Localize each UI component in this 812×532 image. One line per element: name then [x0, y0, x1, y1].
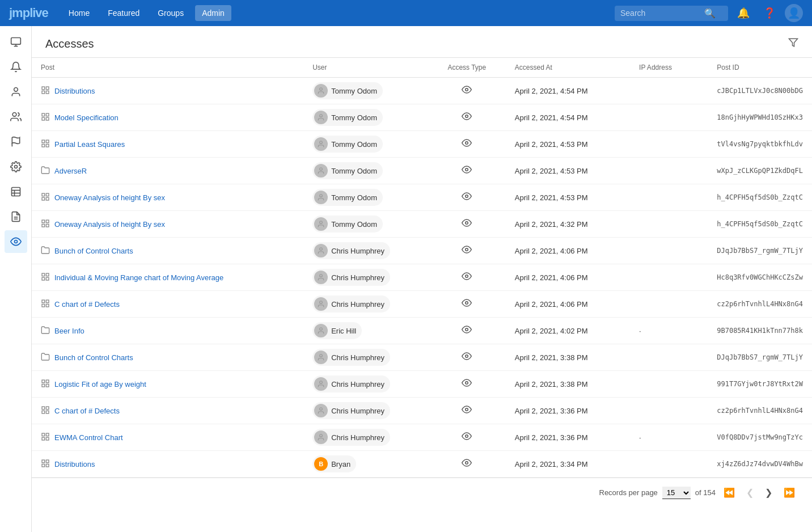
- table-row: Distributions B Bryan April 2, 2021, 3:3…: [32, 451, 812, 478]
- per-page-select[interactable]: 15 25 50 100: [662, 487, 691, 499]
- post-id-cell: 9B7085R41KH1kTnn77h8k: [708, 318, 812, 344]
- user-account-icon[interactable]: 👤: [785, 4, 803, 22]
- table-row: C chart of # Defects Chris Humphrey Apri…: [32, 398, 812, 424]
- user-chip[interactable]: Tommy Odom: [312, 162, 383, 179]
- user-chip[interactable]: Tommy Odom: [312, 136, 383, 153]
- nav-home[interactable]: Home: [62, 5, 96, 21]
- sidebar-notifications[interactable]: [5, 56, 27, 78]
- svg-point-59: [320, 301, 323, 304]
- next-page-button[interactable]: ❯: [762, 485, 776, 500]
- sidebar-table[interactable]: [5, 180, 27, 203]
- svg-rect-52: [42, 277, 45, 280]
- sidebar-settings[interactable]: [5, 155, 27, 178]
- user-chip[interactable]: Chris Humphrey: [312, 242, 390, 259]
- ip-address-cell: ·: [630, 318, 708, 344]
- app-logo[interactable]: jmplive: [9, 6, 48, 20]
- user-chip[interactable]: Tommy Odom: [312, 216, 383, 233]
- user-chip[interactable]: Chris Humphrey: [312, 269, 390, 286]
- post-link[interactable]: C chart of # Defects: [41, 299, 294, 310]
- user-name: Tommy Odom: [331, 113, 377, 122]
- post-link[interactable]: Logistic Fit of age By weight: [41, 379, 294, 390]
- post-link[interactable]: Distributions: [41, 86, 294, 96]
- table-row: Bunch of Control Charts Chris Humphrey A…: [32, 238, 812, 264]
- post-type-icon: [41, 299, 50, 310]
- post-link[interactable]: Individual & Moving Range chart of Movin…: [41, 272, 294, 283]
- post-link[interactable]: Partial Least Squares: [41, 139, 294, 150]
- svg-point-25: [320, 115, 323, 117]
- first-page-button[interactable]: ⏪: [720, 485, 738, 500]
- user-name: Chris Humphrey: [331, 433, 384, 442]
- user-chip[interactable]: Chris Humphrey: [312, 429, 390, 446]
- ip-address-cell: [630, 184, 708, 211]
- sidebar-accesses[interactable]: [5, 230, 27, 253]
- search-box[interactable]: 🔍: [615, 6, 728, 21]
- sidebar-flags[interactable]: [5, 130, 27, 153]
- user-name: Chris Humphrey: [331, 353, 384, 362]
- user-chip[interactable]: Chris Humphrey: [312, 295, 390, 313]
- svg-rect-24: [42, 117, 45, 120]
- last-page-button[interactable]: ⏩: [780, 485, 798, 500]
- post-link[interactable]: Bunch of Control Charts: [41, 352, 294, 363]
- svg-point-4: [12, 113, 16, 117]
- sidebar-display[interactable]: [5, 31, 27, 53]
- post-link[interactable]: EWMA Control Chart: [41, 432, 294, 443]
- access-type-cell: [428, 318, 506, 344]
- access-type-cell: [428, 424, 506, 451]
- search-input[interactable]: [620, 9, 700, 18]
- post-link[interactable]: Beer Info: [41, 326, 294, 336]
- prev-page-button[interactable]: ❮: [743, 485, 757, 500]
- post-link[interactable]: Distributions: [41, 459, 294, 470]
- table-row: Model Specification Tommy Odom April 2, …: [32, 104, 812, 131]
- sidebar-reports[interactable]: [5, 205, 27, 228]
- nav-groups[interactable]: Groups: [151, 5, 191, 21]
- svg-point-54: [466, 275, 468, 278]
- user-chip[interactable]: B Bryan: [312, 455, 356, 472]
- access-type-icon: [462, 220, 472, 230]
- post-id-cell: h_4CPFH5qf5dS0b_ZzqtC: [708, 184, 812, 211]
- post-type-icon: [41, 112, 50, 123]
- access-type-icon: [462, 247, 472, 256]
- svg-rect-77: [42, 433, 45, 436]
- col-post: Post: [32, 58, 303, 78]
- svg-rect-85: [46, 464, 49, 467]
- svg-point-19: [320, 88, 323, 91]
- user-chip[interactable]: Tommy Odom: [312, 109, 383, 126]
- user-cell: Eric Hill: [303, 318, 428, 344]
- filter-icon[interactable]: [788, 37, 798, 50]
- post-link[interactable]: Oneway Analysis of height By sex: [41, 219, 294, 230]
- post-link[interactable]: Bunch of Control Charts: [41, 246, 294, 256]
- svg-rect-86: [42, 464, 45, 467]
- top-navigation: jmplive Home Featured Groups Admin 🔍 🔔 ❓…: [0, 0, 812, 26]
- notifications-icon[interactable]: 🔔: [733, 5, 754, 22]
- nav-featured[interactable]: Featured: [101, 5, 146, 21]
- user-name: Tommy Odom: [331, 220, 377, 229]
- user-chip[interactable]: Chris Humphrey: [312, 375, 390, 392]
- main-content: Accesses Post User Access Type Accessed …: [32, 26, 812, 532]
- help-icon[interactable]: ❓: [759, 5, 780, 22]
- svg-rect-83: [42, 460, 45, 463]
- post-link[interactable]: Model Specification: [41, 112, 294, 123]
- access-type-cell: [428, 291, 506, 318]
- col-user: User: [303, 58, 428, 78]
- access-type-icon: [462, 380, 472, 390]
- post-link[interactable]: AdverseR: [41, 166, 294, 176]
- user-chip[interactable]: Tommy Odom: [312, 189, 383, 206]
- access-type-cell: [428, 238, 506, 264]
- sidebar-groups[interactable]: [5, 105, 27, 128]
- user-chip[interactable]: Chris Humphrey: [312, 402, 390, 419]
- post-link[interactable]: Oneway Analysis of height By sex: [41, 192, 294, 203]
- sidebar-user[interactable]: [5, 81, 27, 103]
- user-cell: Tommy Odom: [303, 78, 428, 104]
- post-link[interactable]: C chart of # Defects: [41, 406, 294, 416]
- user-chip[interactable]: Tommy Odom: [312, 82, 383, 99]
- post-id-cell: Hc8q3Rfv0WGChHKcCZsZw: [708, 264, 812, 291]
- post-cell: Individual & Moving Range chart of Movin…: [32, 264, 303, 291]
- svg-rect-23: [46, 117, 49, 120]
- user-name: Chris Humphrey: [331, 300, 384, 309]
- user-chip[interactable]: Chris Humphrey: [312, 349, 390, 366]
- svg-rect-73: [46, 411, 49, 413]
- user-chip[interactable]: Eric Hill: [312, 322, 362, 339]
- table-row: Partial Least Squares Tommy Odom April 2…: [32, 131, 812, 158]
- nav-admin[interactable]: Admin: [195, 5, 231, 21]
- svg-rect-65: [42, 380, 45, 383]
